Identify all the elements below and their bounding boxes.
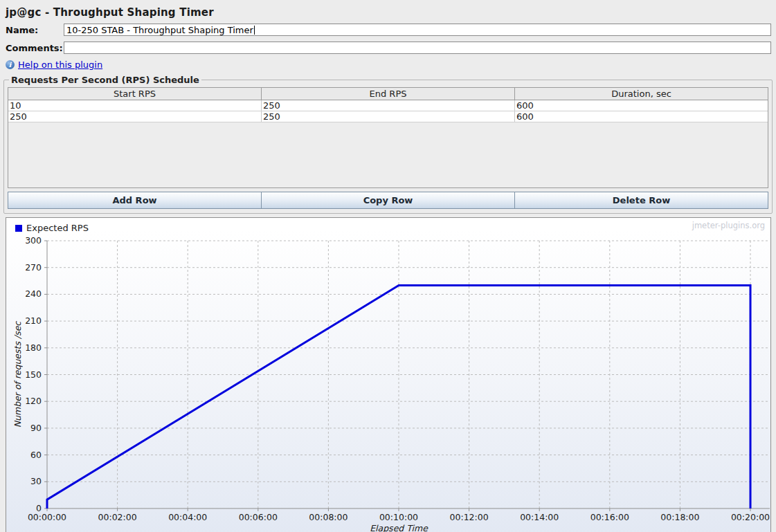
help-row: i Help on this plugin (6, 59, 776, 70)
rps-schedule-group-title: Requests Per Second (RPS) Schedule (9, 75, 201, 85)
comments-row: Comments: (6, 42, 771, 54)
legend-swatch-expected-rps (15, 225, 22, 232)
delete-row-button[interactable]: Delete Row (514, 192, 768, 209)
name-row: Name: 10-250 STAB - Throughput Shaping T… (6, 24, 771, 36)
svg-text:00:18:00: 00:18:00 (660, 512, 699, 522)
add-row-button[interactable]: Add Row (8, 192, 262, 209)
svg-text:60: 60 (30, 450, 42, 460)
rps-schedule-group: Requests Per Second (RPS) Schedule Start… (3, 75, 773, 214)
table-header-row: Start RPS End RPS Duration, sec (8, 88, 768, 100)
cell-end-rps[interactable]: 250 (262, 100, 515, 111)
cell-end-rps[interactable]: 250 (262, 111, 515, 122)
svg-text:00:14:00: 00:14:00 (520, 512, 559, 522)
svg-text:00:00:00: 00:00:00 (28, 512, 66, 522)
legend-label: Expected RPS (26, 223, 89, 233)
name-input[interactable]: 10-250 STAB - Throughput Shaping Timer (64, 24, 771, 36)
svg-text:90: 90 (30, 423, 42, 433)
cell-duration[interactable]: 600 (515, 100, 768, 111)
svg-text:00:04:00: 00:04:00 (168, 512, 207, 522)
cell-duration[interactable]: 600 (515, 111, 768, 122)
name-label: Name: (6, 25, 64, 35)
table-button-row: Add Row Copy Row Delete Row (8, 192, 768, 209)
svg-text:240: 240 (25, 288, 42, 299)
svg-text:00:16:00: 00:16:00 (590, 512, 629, 522)
svg-text:Elapsed Time: Elapsed Time (370, 523, 428, 532)
column-header-end-rps: End RPS (262, 88, 515, 100)
chart-legend: Expected RPS (15, 223, 89, 233)
throughput-shaping-timer-panel: jp@gc - Throughput Shaping Timer Name: 1… (0, 0, 776, 532)
rps-preview-chart-panel: 030609012015018021024027030000:00:0000:0… (6, 217, 771, 532)
table-row: 250 250 600 (8, 111, 768, 122)
svg-text:00:08:00: 00:08:00 (309, 512, 348, 522)
svg-text:00:02:00: 00:02:00 (98, 512, 137, 522)
svg-text:00:06:00: 00:06:00 (239, 512, 278, 522)
svg-text:00:10:00: 00:10:00 (379, 512, 418, 522)
watermark: jmeter-plugins.org (692, 221, 765, 230)
svg-text:270: 270 (25, 262, 42, 273)
copy-row-button[interactable]: Copy Row (261, 192, 515, 209)
svg-text:150: 150 (25, 369, 42, 380)
name-input-value: 10-250 STAB - Throughput Shaping Timer (66, 25, 253, 35)
rps-line-chart: 030609012015018021024027030000:00:0000:0… (6, 218, 770, 532)
comments-label: Comments: (6, 43, 64, 53)
table-row: 10 250 600 (8, 100, 768, 111)
svg-text:120: 120 (25, 396, 42, 406)
svg-text:Number of requests /sec: Number of requests /sec (12, 321, 23, 428)
comments-input[interactable] (64, 42, 771, 54)
svg-text:30: 30 (30, 476, 42, 486)
help-link[interactable]: Help on this plugin (18, 59, 102, 70)
text-caret (254, 26, 255, 35)
column-header-start-rps: Start RPS (8, 88, 262, 100)
svg-text:00:20:00: 00:20:00 (731, 512, 770, 522)
info-icon: i (6, 60, 15, 69)
cell-start-rps[interactable]: 10 (8, 100, 262, 111)
svg-text:00:12:00: 00:12:00 (450, 512, 489, 522)
rps-schedule-table: Start RPS End RPS Duration, sec 10 250 6… (8, 87, 768, 188)
svg-text:180: 180 (25, 342, 42, 353)
column-header-duration: Duration, sec (515, 88, 768, 100)
svg-text:210: 210 (25, 315, 42, 326)
page-title: jp@gc - Throughput Shaping Timer (0, 0, 776, 24)
svg-text:300: 300 (25, 235, 42, 246)
cell-start-rps[interactable]: 250 (8, 111, 262, 122)
